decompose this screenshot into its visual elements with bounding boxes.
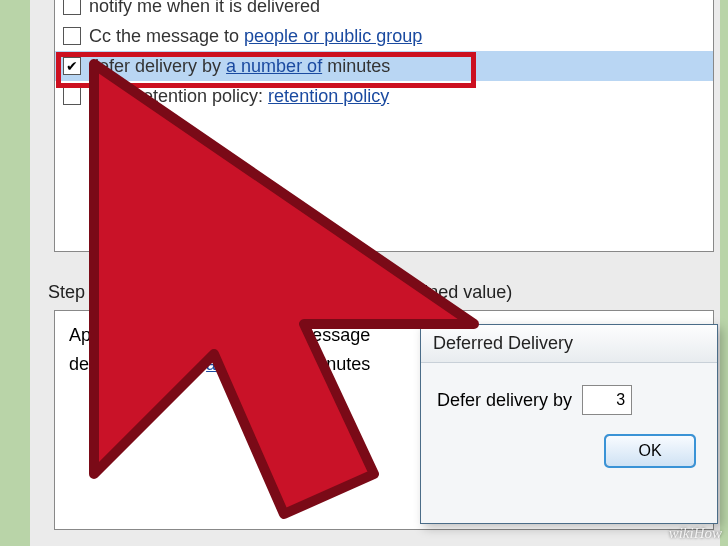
option-cc-label: Cc the message to people or public group xyxy=(89,26,422,47)
checkbox-checked-defer[interactable]: ✔ xyxy=(63,57,81,75)
defer-minutes-input[interactable] xyxy=(582,385,632,415)
actions-listbox: notify me when it is delivered Cc the me… xyxy=(54,0,714,252)
cc-link[interactable]: people or public group xyxy=(244,26,422,46)
defer-input-row: Defer delivery by xyxy=(437,385,701,415)
deferred-delivery-dialog: Deferred Delivery Defer delivery by OK xyxy=(420,324,718,524)
desc-defer-link[interactable]: a number of xyxy=(206,354,302,374)
retention-link[interactable]: retention policy xyxy=(268,86,389,106)
option-retention-label: apply retention policy: retention policy xyxy=(89,86,389,107)
checkbox-unchecked-3[interactable] xyxy=(63,87,81,105)
option-notify-label: notify me when it is delivered xyxy=(89,0,320,17)
option-notify-row[interactable]: notify me when it is delivered xyxy=(55,0,713,21)
dialog-title: Deferred Delivery xyxy=(421,325,717,363)
checkbox-unchecked-2[interactable] xyxy=(63,27,81,45)
option-defer-label: defer delivery by a number of minutes xyxy=(89,56,390,77)
option-defer-row[interactable]: ✔ defer delivery by a number of minutes xyxy=(55,51,713,81)
dialog-body: Defer delivery by OK xyxy=(421,363,717,479)
checkbox-unchecked-1[interactable] xyxy=(63,0,81,15)
step2-label: Step 2: Edit the rule description (click… xyxy=(48,282,512,303)
option-cc-row[interactable]: Cc the message to people or public group xyxy=(55,21,713,51)
ok-button[interactable]: OK xyxy=(605,435,695,467)
defer-input-label: Defer delivery by xyxy=(437,390,572,411)
dialog-buttons: OK xyxy=(437,435,701,467)
option-retention-row[interactable]: apply retention policy: retention policy xyxy=(55,81,713,111)
defer-link[interactable]: a number of xyxy=(226,56,322,76)
watermark: wikiHow xyxy=(669,525,722,542)
